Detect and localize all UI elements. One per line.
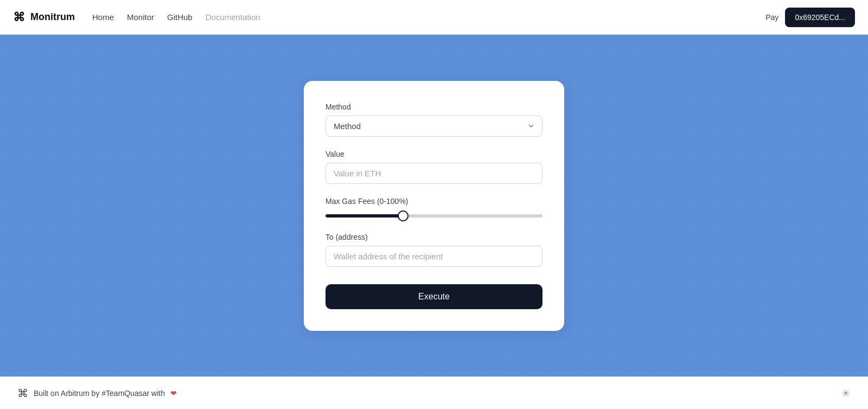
wallet-button[interactable]: 0x69205ECd... — [785, 8, 855, 27]
brand: ⌘ Monitrum — [13, 10, 75, 24]
gas-group: Max Gas Fees (0-100%) — [326, 197, 542, 220]
navbar: ⌘ Monitrum Home Monitor GitHub Documenta… — [0, 0, 868, 35]
value-label: Value — [326, 150, 542, 158]
footer: ⌘ Built on Arbitrum by #TeamQuasar with … — [0, 376, 868, 409]
nav-documentation[interactable]: Documentation — [206, 12, 260, 22]
brand-name: Monitrum — [30, 11, 75, 23]
to-address-input[interactable] — [326, 246, 542, 267]
method-select[interactable]: Method — [326, 116, 542, 137]
method-label: Method — [326, 103, 542, 111]
nav-links: Home Monitor GitHub Documentation — [92, 12, 765, 22]
navbar-right: Pay 0x69205ECd... — [765, 8, 855, 27]
main-content: Method Method Value Max Gas Fees (0-100%… — [0, 35, 868, 376]
gas-label: Max Gas Fees (0-100%) — [326, 197, 542, 206]
footer-heart-icon: ❤ — [170, 389, 177, 398]
execute-button[interactable]: Execute — [326, 284, 542, 309]
pay-label: Pay — [765, 13, 778, 22]
logo-icon: ⌘ — [13, 10, 25, 24]
footer-left: ⌘ Built on Arbitrum by #TeamQuasar with … — [17, 387, 177, 400]
method-group: Method Method — [326, 103, 542, 137]
gas-slider[interactable] — [326, 214, 542, 218]
footer-built-text: Built on Arbitrum by #TeamQuasar with — [34, 389, 165, 398]
slider-container — [326, 210, 542, 220]
footer-logo-icon: ⌘ — [17, 387, 28, 400]
nav-monitor[interactable]: Monitor — [127, 12, 154, 22]
footer-right: ☀ — [841, 387, 851, 400]
form-card: Method Method Value Max Gas Fees (0-100%… — [304, 81, 564, 331]
theme-toggle-icon[interactable]: ☀ — [841, 387, 851, 399]
nav-github[interactable]: GitHub — [167, 12, 193, 22]
value-group: Value — [326, 150, 542, 184]
to-group: To (address) — [326, 233, 542, 267]
value-input[interactable] — [326, 163, 542, 184]
nav-home[interactable]: Home — [92, 12, 114, 22]
to-label: To (address) — [326, 233, 542, 241]
